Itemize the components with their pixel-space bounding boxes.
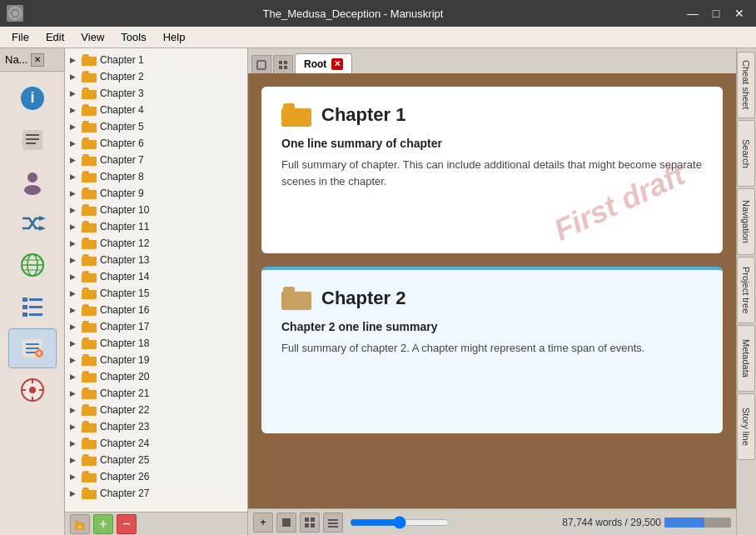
chapter-list-item[interactable]: ▶ Chapter 11 <box>65 218 247 235</box>
zoom-slider[interactable] <box>350 516 450 529</box>
tab-root[interactable]: Root ✕ <box>295 53 352 73</box>
view-list-button[interactable] <box>323 512 343 532</box>
right-tab-project-tree[interactable]: Project tree <box>737 257 755 323</box>
svg-text:+: + <box>77 523 82 531</box>
chapter-list-item[interactable]: ▶ Chapter 25 <box>65 452 247 468</box>
sidebar-item-compass[interactable] <box>8 370 57 410</box>
menu-file[interactable]: File <box>3 29 37 45</box>
chapter-name-label: Chapter 4 <box>100 104 144 116</box>
right-tab-storyline[interactable]: Story line <box>737 393 755 460</box>
view-single-button[interactable] <box>276 512 296 532</box>
chapter-name-label: Chapter 16 <box>100 304 149 316</box>
chapter-folder-icon <box>82 88 97 99</box>
chapter-list-item[interactable]: ▶ Chapter 12 <box>65 235 247 252</box>
chapter-list-item[interactable]: ▶ Chapter 27 <box>65 485 247 502</box>
chapter-name-label: Chapter 25 <box>100 454 149 466</box>
chapter-list-item[interactable]: ▶ Chapter 26 <box>65 468 247 485</box>
chapter-list-item[interactable]: ▶ Chapter 5 <box>65 118 247 135</box>
chapter-list-item[interactable]: ▶ Chapter 4 <box>65 102 247 118</box>
sidebar-item-list[interactable] <box>8 287 57 327</box>
menu-view[interactable]: View <box>72 29 112 45</box>
chapter-name-label: Chapter 6 <box>100 138 144 149</box>
card-1-desc: Full summary of chapter. This can includ… <box>281 157 703 189</box>
add-folder-button[interactable]: + <box>70 514 90 534</box>
chapter-list-item[interactable]: ▶ Chapter 14 <box>65 268 247 285</box>
chapter-arrow-icon: ▶ <box>70 406 78 414</box>
chapter-list-item[interactable]: ▶ Chapter 23 <box>65 418 247 435</box>
chapter-folder-icon <box>82 471 97 482</box>
chapter-name-label: Chapter 20 <box>100 371 149 382</box>
minimize-button[interactable]: — <box>683 3 703 23</box>
menu-edit[interactable]: Edit <box>37 29 72 45</box>
sidebar-close-button[interactable]: ✕ <box>31 53 44 67</box>
chapter-list-item[interactable]: ▶ Chapter 7 <box>65 152 247 168</box>
chapter-name-label: Chapter 27 <box>100 488 149 499</box>
app-icon <box>7 5 23 22</box>
menu-tools[interactable]: Tools <box>112 29 154 45</box>
chapter-list-item[interactable]: ▶ Chapter 10 <box>65 202 247 218</box>
card-1-header: Chapter 1 <box>281 103 703 127</box>
svg-marker-10 <box>39 216 46 221</box>
chapter-folder-icon <box>82 71 97 82</box>
add-item-button[interactable]: + <box>93 514 113 534</box>
chapter-folder-icon <box>82 104 97 116</box>
sidebar-item-globe[interactable] <box>8 245 57 285</box>
chapter-name-label: Chapter 11 <box>100 221 149 232</box>
chapter-list-item[interactable]: ▶ Chapter 15 <box>65 285 247 302</box>
chapter-name-label: Chapter 14 <box>100 271 149 282</box>
chapter-list-item[interactable]: ▶ Chapter 8 <box>65 168 247 185</box>
chapter-list-item[interactable]: ▶ Chapter 1 <box>65 52 247 68</box>
chapter-list-item[interactable]: ▶ Chapter 18 <box>65 335 247 352</box>
right-tab-cheatsheet[interactable]: Cheat sheet <box>737 52 755 118</box>
chapter-list-item[interactable]: ▶ Chapter 13 <box>65 252 247 268</box>
right-tab-navigation[interactable]: Navigation <box>737 188 755 255</box>
chapter-arrow-icon: ▶ <box>70 422 78 431</box>
chapter-arrow-icon: ▶ <box>70 439 78 448</box>
chapter-arrow-icon: ▶ <box>70 306 78 314</box>
svg-rect-46 <box>311 518 315 522</box>
chapter-list-item[interactable]: ▶ Chapter 19 <box>65 352 247 368</box>
chapter-list-item[interactable]: ▶ Chapter 6 <box>65 135 247 152</box>
tab-left-btn[interactable] <box>251 55 271 73</box>
compass-icon <box>19 377 46 403</box>
sidebar-item-notes[interactable] <box>8 120 57 160</box>
chapter-folder-icon <box>82 354 97 366</box>
titlebar-left <box>7 5 23 22</box>
zoom-in-button[interactable]: + <box>253 512 273 532</box>
chapter-list-item[interactable]: ▶ Chapter 9 <box>65 185 247 202</box>
chapter-folder-icon <box>82 188 97 199</box>
maximize-button[interactable]: □ <box>706 3 726 23</box>
chapter-card-2: Chapter 2 Chapter 2 one line summary Ful… <box>261 267 723 433</box>
chapter-name-label: Chapter 12 <box>100 238 149 249</box>
chapter-folder-icon <box>82 154 97 166</box>
chapter-list-item[interactable]: ▶ Chapter 20 <box>65 368 247 385</box>
chapter-list-item[interactable]: ▶ Chapter 3 <box>65 85 247 102</box>
chapter-arrow-icon: ▶ <box>70 456 78 464</box>
view-grid-button[interactable] <box>300 512 320 532</box>
chapter-arrow-icon: ▶ <box>70 172 78 181</box>
right-tab-search[interactable]: Search <box>737 120 755 187</box>
close-button[interactable]: ✕ <box>729 3 749 23</box>
chapter-list-item[interactable]: ▶ Chapter 22 <box>65 402 247 418</box>
sidebar-item-info[interactable]: i <box>8 78 57 118</box>
sidebar-item-character[interactable] <box>8 162 57 202</box>
word-count-label: 87,744 words / 29,500 <box>562 517 661 528</box>
chapter-list-item[interactable]: ▶ Chapter 2 <box>65 68 247 85</box>
chapter-name-label: Chapter 5 <box>100 121 144 132</box>
chapter-arrow-icon: ▶ <box>70 139 78 148</box>
chapter-name-label: Chapter 13 <box>100 254 149 266</box>
main-scroll-content[interactable]: Chapter 1 One line summary of chapter Fu… <box>248 73 736 508</box>
chapter-list-item[interactable]: ▶ Chapter 16 <box>65 302 247 318</box>
chapter-arrow-icon: ▶ <box>70 322 78 331</box>
svg-point-31 <box>29 387 36 393</box>
chapter-list-item[interactable]: ▶ Chapter 24 <box>65 435 247 452</box>
tab-close-button[interactable]: ✕ <box>331 58 343 70</box>
chapter-list-item[interactable]: ▶ Chapter 17 <box>65 318 247 335</box>
sidebar-item-outline[interactable] <box>8 328 57 368</box>
remove-item-button[interactable]: − <box>117 514 137 534</box>
menu-help[interactable]: Help <box>155 29 194 45</box>
chapter-list-item[interactable]: ▶ Chapter 21 <box>65 385 247 402</box>
sidebar-item-shuffle[interactable] <box>8 203 57 243</box>
right-tab-metadata[interactable]: Metadata <box>737 325 755 392</box>
tab-grid-btn[interactable] <box>273 55 293 73</box>
